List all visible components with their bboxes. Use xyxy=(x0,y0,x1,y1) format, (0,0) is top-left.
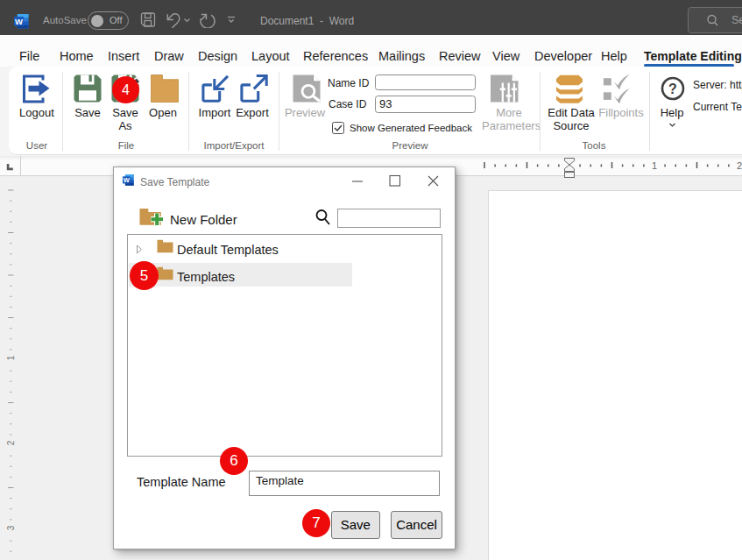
svg-text:1: 1 xyxy=(6,355,16,360)
svg-text:1: 1 xyxy=(652,160,657,171)
svg-text:2: 2 xyxy=(737,160,742,171)
svg-text:?: ? xyxy=(668,82,677,96)
svg-text:3: 3 xyxy=(6,525,16,530)
svg-text:W: W xyxy=(15,16,23,25)
svg-text:2: 2 xyxy=(6,440,16,445)
svg-text:W: W xyxy=(123,176,130,184)
